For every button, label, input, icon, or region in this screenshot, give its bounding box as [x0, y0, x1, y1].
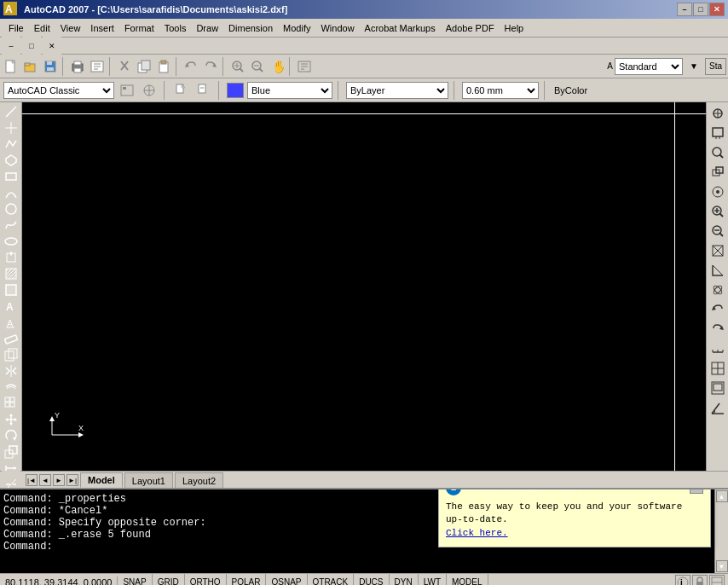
- menu-view[interactable]: View: [55, 21, 86, 35]
- lt-rectangle[interactable]: [2, 169, 20, 184]
- polar-btn[interactable]: POLAR: [227, 574, 267, 586]
- tab-first[interactable]: |◄: [26, 474, 38, 486]
- lt-array[interactable]: [2, 396, 20, 411]
- rt-pan-realtime[interactable]: [708, 104, 727, 123]
- lt-text[interactable]: A: [2, 315, 20, 330]
- lt-xline[interactable]: [2, 120, 20, 136]
- menu-dimension[interactable]: Dimension: [223, 21, 278, 35]
- tb-preview[interactable]: [88, 57, 107, 76]
- tab-last[interactable]: ►|: [66, 474, 78, 486]
- tb-plot2[interactable]: [194, 81, 213, 100]
- tab-layout2[interactable]: Layout2: [175, 472, 223, 488]
- grid-btn[interactable]: GRID: [153, 574, 185, 586]
- lt-insert-block[interactable]: [2, 250, 20, 265]
- lt-copy[interactable]: [2, 347, 20, 362]
- command-scrollbar[interactable]: ▲ ▼: [714, 489, 728, 573]
- layer-select[interactable]: Blue: [247, 82, 332, 99]
- tb-plot[interactable]: [172, 81, 191, 100]
- menu-edit[interactable]: Edit: [29, 21, 55, 35]
- lt-move[interactable]: [2, 412, 20, 427]
- rt-zoom-all[interactable]: [708, 241, 727, 260]
- menu-insert[interactable]: Insert: [85, 21, 119, 35]
- rt-snap-angle[interactable]: [708, 398, 727, 417]
- tb-properties[interactable]: [295, 57, 314, 76]
- dyn-btn[interactable]: DYN: [390, 574, 419, 586]
- ducs-btn[interactable]: DUCS: [354, 574, 389, 586]
- lineweight-select[interactable]: 0.60 mm: [462, 82, 539, 99]
- tb-paste[interactable]: [154, 57, 173, 76]
- command-window[interactable]: ▲ ▼ Command: _properties Command: *Cance…: [0, 488, 728, 573]
- rt-measure[interactable]: [708, 339, 727, 358]
- workspace-select[interactable]: AutoCAD Classic: [3, 82, 114, 99]
- lock-icon[interactable]: [692, 575, 708, 586]
- rt-redo-view[interactable]: [708, 320, 727, 339]
- text-style-select[interactable]: Standard: [615, 58, 683, 75]
- comm-center-link[interactable]: Click here.: [446, 528, 508, 538]
- menu-acrobat[interactable]: Acrobat Markups: [360, 21, 441, 35]
- menu-file[interactable]: File: [3, 21, 29, 35]
- rt-zoom-dynamic[interactable]: [708, 143, 727, 162]
- ortho-btn[interactable]: ORTHO: [185, 574, 227, 586]
- comm-close-button[interactable]: ✕: [690, 488, 703, 494]
- inner-min-btn[interactable]: –: [2, 37, 20, 55]
- rt-orbit[interactable]: [708, 281, 727, 299]
- menu-adobe[interactable]: Adobe PDF: [441, 21, 500, 35]
- tab-layout1[interactable]: Layout1: [124, 472, 173, 488]
- lt-ellipse[interactable]: [2, 234, 20, 249]
- lt-polygon[interactable]: [2, 153, 20, 168]
- rt-zoom-extents[interactable]: [708, 261, 727, 280]
- tab-prev[interactable]: ◄: [39, 474, 51, 486]
- lt-mirror[interactable]: [2, 363, 20, 379]
- menu-window[interactable]: Window: [315, 21, 359, 35]
- osnap-btn[interactable]: OSNAP: [266, 574, 307, 586]
- snap-btn[interactable]: SNAP: [118, 574, 152, 586]
- lt-line[interactable]: [2, 104, 20, 119]
- tb-zoom-prev[interactable]: [248, 57, 267, 76]
- rt-viewports[interactable]: [708, 359, 727, 378]
- tb-save[interactable]: [41, 57, 60, 76]
- lt-multiline-text[interactable]: A: [2, 298, 20, 314]
- rt-zoom-out[interactable]: [708, 222, 727, 240]
- lt-scale[interactable]: [2, 444, 20, 460]
- tb-zoom-realtime[interactable]: [228, 57, 247, 76]
- tb-undo[interactable]: [182, 57, 200, 76]
- lt-hatch[interactable]: [2, 266, 20, 281]
- tb-copy[interactable]: [135, 57, 153, 76]
- comm-center-tray-icon[interactable]: i: [675, 575, 690, 586]
- model-btn[interactable]: MODEL: [447, 574, 488, 586]
- lt-rotate[interactable]: [2, 428, 20, 443]
- lt-circle[interactable]: [2, 201, 20, 217]
- linetype-select[interactable]: ByLayer: [346, 82, 448, 99]
- rt-zoom-in[interactable]: [708, 202, 727, 221]
- canvas-area[interactable]: Y X: [22, 102, 706, 471]
- menu-draw[interactable]: Draw: [191, 21, 223, 35]
- rt-named-views[interactable]: [708, 379, 727, 397]
- tab-model[interactable]: Model: [80, 472, 123, 488]
- menu-format[interactable]: Format: [119, 21, 159, 35]
- workspace-icon2[interactable]: [140, 81, 159, 100]
- lt-stretch[interactable]: [2, 460, 20, 476]
- rt-zoom-center[interactable]: [708, 182, 727, 201]
- tb-pan[interactable]: ✋: [268, 57, 286, 76]
- tb-print[interactable]: [68, 57, 87, 76]
- menu-modify[interactable]: Modify: [278, 21, 315, 35]
- scroll-down[interactable]: ▼: [716, 560, 728, 572]
- workspace-icon1[interactable]: [118, 81, 136, 100]
- maximize-button[interactable]: □: [693, 3, 708, 16]
- tab-next[interactable]: ►: [53, 474, 65, 486]
- lt-polyline[interactable]: [2, 136, 20, 152]
- tb-open[interactable]: [21, 57, 40, 76]
- menu-tools[interactable]: Tools: [159, 21, 192, 35]
- scroll-up[interactable]: ▲: [716, 490, 728, 502]
- tb-new[interactable]: [2, 57, 20, 76]
- inner-close-btn[interactable]: ✕: [43, 37, 61, 55]
- tb-cut[interactable]: [115, 57, 134, 76]
- lt-arc[interactable]: [2, 185, 20, 200]
- inner-max-btn[interactable]: □: [22, 37, 41, 55]
- rt-undo-view[interactable]: [708, 300, 727, 319]
- tb-redo[interactable]: [201, 57, 220, 76]
- rt-zoom-window[interactable]: [708, 124, 727, 142]
- tb-std-dropdown[interactable]: ▼: [685, 57, 703, 76]
- menu-help[interactable]: Help: [500, 21, 529, 35]
- otrack-btn[interactable]: OTRACK: [308, 574, 355, 586]
